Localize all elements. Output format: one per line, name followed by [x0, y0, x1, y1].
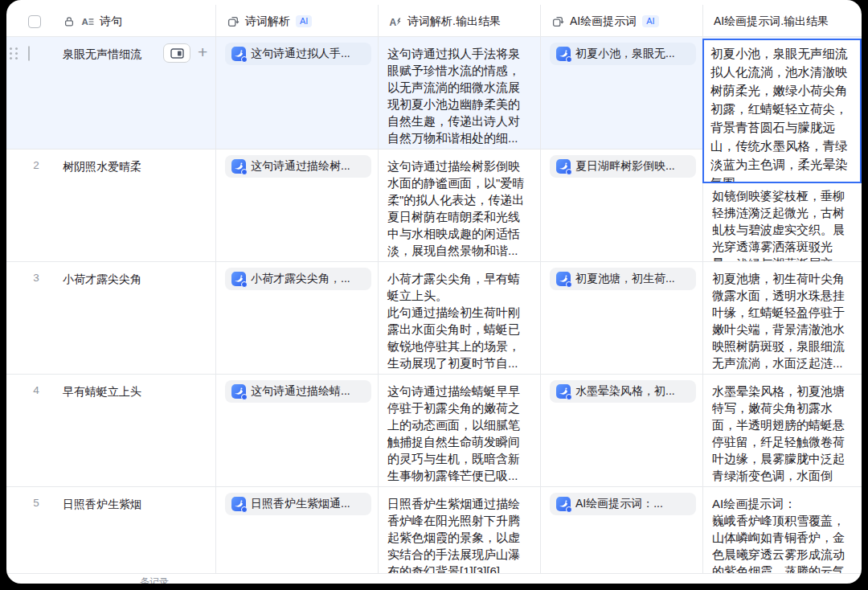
pill-text: 这句诗通过描绘树... — [251, 159, 350, 174]
table-row: 3 小荷才露尖尖角 小荷才露尖尖角，... 小荷才露尖尖角，早有蜻蜓立上头。 此… — [6, 261, 862, 374]
ai-result-pill[interactable]: 初夏小池，泉眼无... — [550, 43, 696, 65]
pill-text: 日照香炉生紫烟通... — [251, 497, 350, 511]
row-number: 4 — [27, 384, 45, 396]
add-record-button[interactable]: + — [198, 43, 207, 62]
poem-text: 树阴照水爱晴柔 — [63, 160, 141, 174]
output-text: 水墨晕染风格，初夏池塘特写，嫩荷尖角初露水面，半透明翅膀的蜻蜓悬停驻留，纤足轻触… — [702, 374, 862, 486]
column-header-poem[interactable]: A 诗句 — [63, 6, 122, 36]
pill-text: 夏日湖畔树影倒映... — [575, 159, 675, 174]
ai-assistant-icon — [556, 47, 571, 61]
row-number: 2 — [27, 159, 45, 171]
poem-text: 日照香炉生紫烟 — [63, 498, 141, 512]
cell-analysis-output[interactable]: 这句诗通过拟人手法将泉眼赋予珍惜水流的情感，以无声流淌的细微水流展现初夏小池边幽… — [378, 36, 540, 149]
column-header-analysis[interactable]: 诗词解析 AI — [227, 6, 312, 36]
base-table-card: A 诗句 诗词解析 AI A 诗词解析.输出结果 — [6, 0, 862, 584]
selected-cell[interactable]: 初夏小池，泉眼无声细流拟人化流淌，池水清澈映树荫柔光，嫩绿小荷尖角初露，红蜻蜓轻… — [702, 39, 862, 183]
cell-prompt[interactable]: 初夏池塘，初生荷... — [540, 261, 702, 374]
ai-assistant-icon — [556, 497, 571, 511]
ai-result-pill[interactable]: 夏日湖畔树影倒映... — [550, 155, 696, 178]
cell-prompt-output[interactable]: 水墨晕染风格，初夏池塘特写，嫩荷尖角初露水面，半透明翅膀的蜻蜓悬停驻留，纤足轻触… — [702, 374, 862, 486]
cell-analysis[interactable]: 这句诗通过拟人手... — [215, 36, 378, 149]
poem-text: 早有蜻蜓立上头 — [63, 385, 141, 399]
column-divider[interactable] — [378, 5, 379, 573]
cell-analysis-output[interactable]: 这句诗通过描绘树影倒映水面的静谧画面，以"爱晴柔"的拟人化表达，传递出夏日树荫在… — [378, 149, 540, 261]
column-header-label: 诗词解析 — [245, 14, 290, 29]
expand-record-icon — [170, 48, 184, 59]
ai-result-pill[interactable]: 这句诗通过拟人手... — [225, 43, 371, 65]
column-divider[interactable] — [540, 5, 541, 573]
pill-text: 这句诗通过描绘蜻... — [251, 384, 350, 399]
row-divider — [6, 261, 862, 262]
ai-result-pill[interactable]: 日照香炉生紫烟通... — [225, 493, 371, 515]
cell-prompt[interactable]: AI绘画提示词：... — [540, 486, 702, 573]
screen: { "header": { "columns": [ {"label": "诗句… — [0, 0, 868, 590]
pill-text: 这句诗通过拟人手... — [251, 47, 350, 61]
output-text: 日照香炉生紫烟通过描绘香炉峰在阳光照射下升腾起紫色烟霞的景象，以虚实结合的手法展… — [378, 486, 540, 573]
lock-icon — [63, 15, 76, 28]
drag-handle-icon[interactable] — [10, 47, 21, 64]
poem-text: 泉眼无声惜细流 — [63, 47, 141, 62]
column-header-analysis-output[interactable]: A 诗词解析.输出结果 — [389, 6, 501, 36]
table-row: 4 早有蜻蜓立上头 这句诗通过描绘蜻... 这句诗通过描绘蜻蜓早早停驻于初露尖角… — [6, 374, 862, 486]
cell-analysis-output[interactable]: 小荷才露尖尖角，早有蜻蜓立上头。 此句通过描绘初生荷叶刚露出水面尖角时，蜻蜓已敏… — [378, 261, 540, 374]
column-header-prompt[interactable]: AI绘画提示词 AI — [551, 6, 659, 36]
record-count-label: 条记录 — [140, 576, 169, 584]
ai-result-pill[interactable]: 小荷才露尖尖角，... — [225, 268, 371, 290]
cell-analysis-output[interactable]: 日照香炉生紫烟通过描绘香炉峰在阳光照射下升腾起紫色烟霞的景象，以虚实结合的手法展… — [378, 486, 540, 573]
row-divider — [6, 374, 862, 375]
row-divider — [6, 486, 862, 487]
cell-poem[interactable]: 4 早有蜻蜓立上头 — [6, 374, 215, 486]
column-header-label: 诗句 — [100, 14, 122, 29]
output-text: AI绘画提示词： 巍峨香炉峰顶积雪覆盖，山体嶙峋如青铜香炉，金色晨曦穿透云雾形成… — [702, 486, 862, 573]
ai-result-pill[interactable]: 这句诗通过描绘树... — [225, 155, 371, 178]
cell-poem[interactable]: 2 树阴照水爱晴柔 — [6, 149, 215, 261]
row-number: 5 — [27, 497, 45, 509]
header-divider — [6, 36, 862, 37]
column-header-label: AI绘画提示词 — [570, 14, 637, 29]
cell-prompt[interactable]: 水墨晕染风格，初... — [540, 374, 702, 486]
ai-result-pill[interactable]: 初夏池塘，初生荷... — [550, 268, 696, 290]
cell-poem[interactable]: 3 小荷才露尖尖角 — [6, 261, 215, 374]
ai-assistant-icon — [231, 159, 246, 174]
column-header-prompt-output[interactable]: AI绘画提示词.输出结果 — [714, 6, 829, 36]
ai-result-pill[interactable]: AI绘画提示词：... — [550, 493, 696, 515]
output-text: 这句诗通过描绘树影倒映水面的静谧画面，以"爱晴柔"的拟人化表达，传递出夏日树荫在… — [378, 149, 540, 261]
header-select-all — [28, 6, 41, 36]
expand-record-button[interactable] — [163, 43, 190, 63]
table-bottom-divider — [6, 573, 862, 574]
cell-poem[interactable]: 泉眼无声惜细流 + — [6, 36, 215, 149]
cell-analysis[interactable]: 这句诗通过描绘树... — [215, 149, 378, 261]
formula-output-field-icon: A — [389, 15, 402, 28]
ai-assistant-icon — [231, 272, 246, 286]
cell-analysis-output[interactable]: 这句诗通过描绘蜻蜓早早停驻于初露尖角的嫩荷之上的动态画面，以细腻笔触捕捉自然生命… — [378, 374, 540, 486]
ai-result-pill[interactable]: 这句诗通过描绘蜻... — [225, 380, 371, 403]
pill-text: 小荷才露尖尖角，... — [251, 272, 350, 286]
cell-analysis[interactable]: 这句诗通过描绘蜻... — [215, 374, 378, 486]
row-checkbox[interactable] — [28, 47, 30, 61]
select-all-checkbox[interactable] — [28, 15, 41, 28]
output-text: 初夏池塘，初生荷叶尖角微露水面，透明水珠悬挂叶缘，红蜻蜓轻盈停驻于嫩叶尖端，背景… — [702, 261, 862, 374]
table-row: 5 日照香炉生紫烟 日照香炉生紫烟通... 日照香炉生紫烟通过描绘香炉峰在阳光照… — [6, 486, 862, 573]
cell-poem[interactable]: 5 日照香炉生紫烟 — [6, 486, 215, 573]
ai-result-pill[interactable]: 水墨晕染风格，初... — [550, 380, 696, 403]
ai-assistant-icon — [231, 384, 246, 399]
pill-text: 初夏小池，泉眼无... — [575, 47, 675, 61]
cell-prompt-output[interactable]: 初夏池塘，初生荷叶尖角微露水面，透明水珠悬挂叶缘，红蜻蜓轻盈停驻于嫩叶尖端，背景… — [702, 261, 862, 374]
ai-assistant-icon — [231, 497, 246, 511]
cell-analysis[interactable]: 小荷才露尖尖角，... — [215, 261, 378, 374]
column-header-label: AI绘画提示词.输出结果 — [714, 14, 829, 29]
output-text: 小荷才露尖尖角，早有蜻蜓立上头。 此句通过描绘初生荷叶刚露出水面尖角时，蜻蜓已敏… — [378, 261, 540, 374]
cell-prompt[interactable]: 初夏小池，泉眼无... — [540, 36, 702, 149]
ai-assistant-icon — [556, 272, 571, 286]
column-divider[interactable] — [215, 5, 216, 573]
row-number: 3 — [27, 272, 45, 284]
pill-text: AI绘画提示词：... — [575, 497, 663, 511]
cell-analysis[interactable]: 日照香炉生紫烟通... — [215, 486, 378, 573]
column-header-label: 诗词解析.输出结果 — [407, 14, 501, 29]
pill-text: 初夏池塘，初生荷... — [575, 272, 675, 286]
cell-prompt-output[interactable]: AI绘画提示词： 巍峨香炉峰顶积雪覆盖，山体嶙峋如青铜香炉，金色晨曦穿透云雾形成… — [702, 486, 862, 573]
output-text: 这句诗通过拟人手法将泉眼赋予珍惜水流的情感，以无声流淌的细微水流展现初夏小池边幽… — [378, 36, 540, 149]
cell-prompt[interactable]: 夏日湖畔树影倒映... — [540, 149, 702, 261]
ai-field-badge: AI — [296, 15, 312, 27]
ai-assistant-icon — [556, 159, 571, 174]
